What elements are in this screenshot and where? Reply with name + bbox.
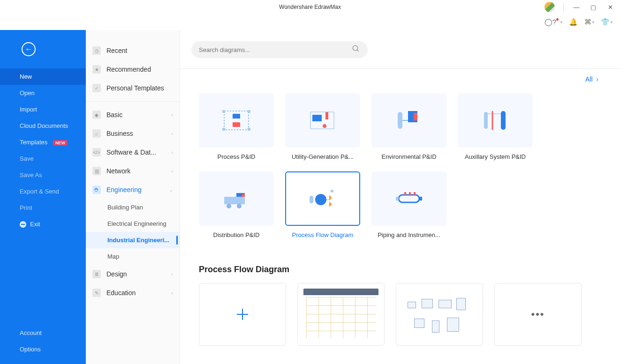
content-area: All › Process P&ID Utility-Generation P&… bbox=[180, 30, 620, 364]
template-type-grid: Process P&ID Utility-Generation P&... En… bbox=[199, 93, 601, 238]
card-label: Piping and Instrumen... bbox=[378, 231, 440, 238]
cat-recommended[interactable]: ★Recommended bbox=[86, 60, 180, 79]
menu-open[interactable]: Open bbox=[0, 85, 86, 101]
minimize-button[interactable]: — bbox=[569, 0, 583, 14]
search-box[interactable] bbox=[191, 41, 368, 58]
card-label: Distribution P&ID bbox=[213, 231, 260, 238]
svg-rect-30 bbox=[419, 197, 422, 201]
cat-personal-templates[interactable]: ✓Personal Templates bbox=[86, 79, 180, 97]
cat-design[interactable]: ≣Design› bbox=[86, 265, 180, 283]
close-button[interactable]: ✕ bbox=[603, 0, 617, 14]
clock-icon: ◷ bbox=[92, 46, 101, 55]
divider bbox=[86, 101, 180, 102]
cat-network[interactable]: ▥Network› bbox=[86, 162, 180, 180]
sub-electrical-engineering[interactable]: Electrical Engineering bbox=[86, 215, 180, 232]
chevron-right-icon: › bbox=[171, 149, 173, 155]
chevron-right-icon: › bbox=[171, 131, 173, 136]
card-label: Process Flow Diagram bbox=[292, 231, 354, 238]
svg-point-23 bbox=[227, 204, 231, 208]
svg-rect-25 bbox=[310, 196, 313, 203]
card-auxillary-system-pid[interactable]: Auxillary System P&ID bbox=[458, 93, 533, 160]
menu-save[interactable]: Save bbox=[0, 150, 86, 167]
toolbar: ◯?▾ 🔔 ⌘▾ 👕▾ bbox=[0, 14, 620, 30]
sub-industrial-engineering[interactable]: Industrial Engineeri... bbox=[86, 232, 180, 248]
chevron-right-icon: › bbox=[171, 290, 173, 296]
chevron-down-icon: ⌄ bbox=[169, 187, 173, 193]
shirt-icon[interactable]: 👕▾ bbox=[601, 18, 612, 26]
card-process-pid[interactable]: Process P&ID bbox=[199, 93, 274, 160]
svg-rect-28 bbox=[399, 195, 419, 202]
chevron-right-icon: › bbox=[171, 271, 173, 277]
cat-label: Network bbox=[106, 167, 130, 175]
menu-options[interactable]: Options bbox=[0, 341, 86, 357]
svg-point-27 bbox=[331, 190, 333, 193]
chevron-right-icon: › bbox=[171, 112, 173, 118]
search-input[interactable] bbox=[199, 46, 352, 53]
svg-point-26 bbox=[315, 194, 326, 205]
cat-business[interactable]: ⌂Business› bbox=[86, 124, 180, 143]
template-sample-1[interactable] bbox=[297, 283, 385, 346]
code-icon: </> bbox=[92, 148, 101, 156]
svg-rect-4 bbox=[233, 122, 240, 127]
maximize-button[interactable]: ▢ bbox=[586, 0, 600, 14]
chevron-right-icon: › bbox=[171, 168, 173, 174]
template-new-blank[interactable] bbox=[199, 283, 286, 346]
svg-point-11 bbox=[323, 124, 326, 128]
menu-export-send[interactable]: Export & Send bbox=[0, 183, 86, 200]
svg-point-0 bbox=[353, 45, 358, 51]
new-badge: NEW bbox=[53, 140, 68, 146]
cat-recent[interactable]: ◷Recent bbox=[86, 41, 180, 60]
cat-software-database[interactable]: </>Software & Dat...› bbox=[86, 143, 180, 162]
menu-exit[interactable]: Exit bbox=[0, 216, 86, 232]
cat-label: Design bbox=[106, 270, 127, 278]
tag-icon: ◆ bbox=[92, 111, 101, 119]
grid-icon[interactable]: ⌘▾ bbox=[584, 18, 594, 26]
cat-education[interactable]: ✎Education› bbox=[86, 283, 180, 302]
svg-rect-3 bbox=[233, 114, 240, 119]
avatar[interactable] bbox=[544, 2, 555, 12]
template-sample-2[interactable] bbox=[396, 283, 483, 346]
card-process-flow-diagram[interactable]: Process Flow Diagram bbox=[285, 171, 360, 238]
briefcase-icon: ⌂ bbox=[92, 129, 101, 138]
svg-rect-7 bbox=[222, 128, 225, 131]
svg-rect-5 bbox=[222, 110, 225, 113]
menu-account[interactable]: Account bbox=[0, 325, 86, 341]
all-link[interactable]: All › bbox=[585, 75, 598, 83]
cat-label: Personal Templates bbox=[106, 84, 164, 92]
cat-engineering[interactable]: ⛑Engineering⌄ bbox=[86, 180, 180, 199]
more-icon: ••• bbox=[531, 308, 544, 320]
design-icon: ≣ bbox=[92, 270, 101, 278]
back-button[interactable]: ← bbox=[22, 42, 36, 56]
menu-cloud-documents[interactable]: Cloud Documents bbox=[0, 118, 86, 134]
sub-map[interactable]: Map bbox=[86, 248, 180, 265]
card-distribution-pid[interactable]: Distribution P&ID bbox=[199, 171, 274, 238]
svg-rect-6 bbox=[248, 110, 250, 113]
template-more[interactable]: ••• bbox=[494, 283, 582, 346]
sub-building-plan[interactable]: Building Plan bbox=[86, 199, 180, 215]
svg-rect-29 bbox=[396, 197, 399, 201]
title-bar: Wondershare EdrawMax — ▢ ✕ bbox=[0, 0, 620, 14]
svg-rect-8 bbox=[248, 128, 250, 131]
svg-rect-33 bbox=[414, 192, 416, 195]
diagram-thumbnail bbox=[402, 289, 477, 340]
card-utility-generation-pid[interactable]: Utility-Generation P&... bbox=[285, 93, 360, 160]
card-environmental-pid[interactable]: Environmental P&ID bbox=[371, 93, 446, 160]
help-icon[interactable]: ◯?▾ bbox=[544, 18, 562, 26]
menu-import[interactable]: Import bbox=[0, 101, 86, 118]
menu-print[interactable]: Print bbox=[0, 200, 86, 216]
check-icon: ✓ bbox=[92, 84, 101, 92]
cat-basic[interactable]: ◆Basic› bbox=[86, 105, 180, 124]
diagram-thumbnail bbox=[303, 289, 378, 340]
search-icon[interactable] bbox=[352, 45, 360, 55]
menu-new[interactable]: New bbox=[0, 68, 86, 85]
bell-icon[interactable]: 🔔 bbox=[569, 18, 578, 26]
hardhat-icon: ⛑ bbox=[92, 186, 101, 194]
file-menu-sidebar: ← New Open Import Cloud Documents Templa… bbox=[0, 30, 86, 364]
menu-templates[interactable]: Templates NEW bbox=[0, 134, 86, 150]
card-label: Process P&ID bbox=[218, 153, 256, 160]
card-piping-instrumentation[interactable]: Piping and Instrumen... bbox=[371, 171, 446, 238]
template-row: ••• bbox=[199, 283, 601, 346]
app-title: Wondershare EdrawMax bbox=[279, 4, 341, 10]
svg-rect-20 bbox=[224, 197, 245, 204]
menu-save-as[interactable]: Save As bbox=[0, 167, 86, 183]
